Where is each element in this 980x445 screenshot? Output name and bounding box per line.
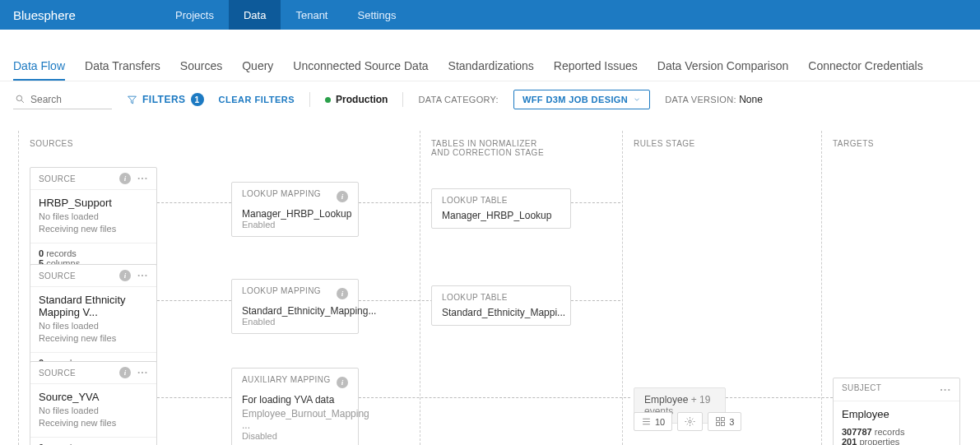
node-type-label: SOURCE bbox=[39, 369, 76, 378]
category-label: DATA CATEGORY: bbox=[418, 95, 499, 104]
node-status-noload: No files loaded bbox=[39, 211, 148, 223]
connector-line bbox=[571, 300, 620, 301]
list-icon bbox=[641, 416, 652, 427]
grid-icon bbox=[715, 416, 726, 427]
filters-count-badge: 1 bbox=[191, 93, 204, 106]
more-icon[interactable]: ··· bbox=[137, 173, 148, 184]
node-type-label: AUXILIARY MAPPING bbox=[242, 375, 331, 384]
node-status-receiving: Receiving new files bbox=[39, 417, 148, 429]
connector-line bbox=[726, 397, 833, 398]
svg-rect-10 bbox=[722, 423, 725, 426]
sub-tab-reported-issues[interactable]: Reported Issues bbox=[554, 53, 638, 81]
svg-rect-9 bbox=[717, 423, 720, 426]
filter-icon bbox=[127, 95, 137, 105]
environment-label: Production bbox=[336, 94, 388, 105]
grid-view-button[interactable]: 3 bbox=[708, 412, 741, 431]
node-type-label: SOURCE bbox=[39, 271, 76, 280]
sub-tab-data-version-comparison[interactable]: Data Version Comparison bbox=[657, 53, 789, 81]
node-status-noload: No files loaded bbox=[39, 320, 148, 332]
connector-line bbox=[571, 202, 620, 203]
search-icon bbox=[15, 94, 26, 104]
node-status-receiving: Receiving new files bbox=[39, 332, 148, 345]
grid-count: 3 bbox=[729, 417, 734, 427]
connector-line bbox=[359, 202, 433, 203]
sub-tab-sources[interactable]: Sources bbox=[180, 53, 222, 81]
lookup-table-node[interactable]: LOOKUP TABLE Manager_HRBP_Lookup bbox=[431, 188, 571, 229]
records-word: records bbox=[46, 248, 77, 258]
top-tabs: ProjectsDataTenantSettings bbox=[160, 0, 411, 30]
svg-point-0 bbox=[16, 95, 22, 101]
info-icon[interactable]: i bbox=[337, 191, 348, 202]
column-header-normalizer: TABLES IN NORMALIZER AND CORRECTION STAG… bbox=[431, 139, 544, 157]
connector-line bbox=[359, 397, 630, 398]
svg-line-1 bbox=[21, 100, 24, 103]
properties-count: 201 bbox=[842, 437, 857, 445]
properties-word: properties bbox=[859, 437, 899, 445]
top-tab-settings[interactable]: Settings bbox=[342, 0, 411, 30]
chevron-down-icon bbox=[633, 95, 641, 104]
more-icon[interactable]: ··· bbox=[137, 367, 148, 378]
node-title: Standard_Ethnicity_Mapping... bbox=[242, 305, 348, 317]
sub-tab-data-transfers[interactable]: Data Transfers bbox=[85, 53, 160, 81]
node-title: Manager_HRBP_Lookup bbox=[242, 208, 348, 220]
filters-button[interactable]: FILTERS 1 bbox=[127, 93, 204, 106]
top-tab-projects[interactable]: Projects bbox=[160, 0, 229, 30]
node-type-label: LOOKUP MAPPING bbox=[242, 189, 321, 198]
svg-marker-2 bbox=[128, 96, 137, 104]
top-tab-tenant[interactable]: Tenant bbox=[281, 0, 342, 30]
connector-line bbox=[157, 300, 231, 301]
flow-canvas: SOURCES TABLES IN NORMALIZER AND CORRECT… bbox=[0, 118, 980, 445]
source-node[interactable]: SOURCE i ··· HRBP_Support No files loade… bbox=[30, 167, 157, 274]
settings-button[interactable] bbox=[677, 412, 703, 431]
lookup-table-node[interactable]: LOOKUP TABLE Standard_Ethnicity_Mappi... bbox=[431, 285, 571, 326]
divider bbox=[309, 92, 310, 107]
version-label: DATA VERSION: bbox=[665, 95, 736, 104]
mapping-node[interactable]: LOOKUP MAPPING i Manager_HRBP_Lookup Ena… bbox=[231, 182, 359, 237]
search-input[interactable] bbox=[30, 94, 105, 105]
more-icon[interactable]: ··· bbox=[940, 383, 951, 396]
info-icon[interactable]: i bbox=[119, 173, 131, 184]
info-icon[interactable]: i bbox=[119, 367, 131, 378]
node-title: Standard Ethnicity Mapping V... bbox=[39, 294, 148, 318]
records-count: 307787 bbox=[842, 427, 872, 437]
list-count: 10 bbox=[655, 417, 665, 427]
target-node[interactable]: SUBJECT ··· Employee 307787 records 201 … bbox=[833, 378, 960, 445]
records-word: records bbox=[875, 427, 905, 437]
search-field[interactable] bbox=[13, 90, 112, 109]
sub-tab-standardizations[interactable]: Standardizations bbox=[448, 53, 534, 81]
node-title: Employee_Burnout_Mapping ... bbox=[242, 408, 348, 431]
events-subject: Employee bbox=[644, 394, 688, 406]
environment-indicator: Production bbox=[325, 94, 388, 105]
sub-tab-unconnected-source-data[interactable]: Unconnected Source Data bbox=[293, 53, 428, 81]
divider bbox=[402, 92, 403, 107]
clear-filters-button[interactable]: CLEAR FILTERS bbox=[219, 95, 295, 104]
sub-tab-query[interactable]: Query bbox=[242, 53, 273, 81]
sub-tab-connector-credentials[interactable]: Connector Credentials bbox=[808, 53, 922, 81]
info-icon[interactable]: i bbox=[119, 270, 131, 281]
more-icon[interactable]: ··· bbox=[137, 270, 148, 281]
sub-tab-data-flow[interactable]: Data Flow bbox=[13, 53, 65, 81]
column-header-sources: SOURCES bbox=[30, 139, 73, 148]
node-type-label: SUBJECT bbox=[842, 383, 881, 396]
source-node[interactable]: SOURCE i ··· Source_YVA No files loaded … bbox=[30, 361, 157, 445]
gear-icon bbox=[685, 416, 695, 427]
info-icon[interactable]: i bbox=[337, 377, 348, 388]
mapping-status: Enabled bbox=[242, 220, 348, 229]
records-count: 0 bbox=[39, 248, 44, 258]
filters-label: FILTERS bbox=[142, 94, 186, 105]
mapping-node[interactable]: AUXILIARY MAPPING i For loading YVA data… bbox=[231, 368, 359, 445]
info-icon[interactable]: i bbox=[337, 288, 348, 299]
connector-line bbox=[157, 397, 231, 398]
list-view-button[interactable]: 10 bbox=[634, 412, 672, 431]
version-value: None bbox=[739, 94, 763, 105]
node-type-label: LOOKUP TABLE bbox=[442, 293, 560, 302]
top-tab-data[interactable]: Data bbox=[229, 0, 281, 30]
node-type-label: LOOKUP TABLE bbox=[442, 196, 560, 205]
connector-line bbox=[157, 202, 231, 203]
column-header-targets: TARGETS bbox=[833, 139, 874, 148]
mapping-node[interactable]: LOOKUP MAPPING i Standard_Ethnicity_Mapp… bbox=[231, 279, 359, 334]
category-value: WFF D3M JOB DESIGN bbox=[523, 95, 628, 104]
node-title: Source_YVA bbox=[39, 391, 148, 403]
node-status-noload: No files loaded bbox=[39, 405, 148, 417]
category-dropdown[interactable]: WFF D3M JOB DESIGN bbox=[513, 90, 650, 109]
